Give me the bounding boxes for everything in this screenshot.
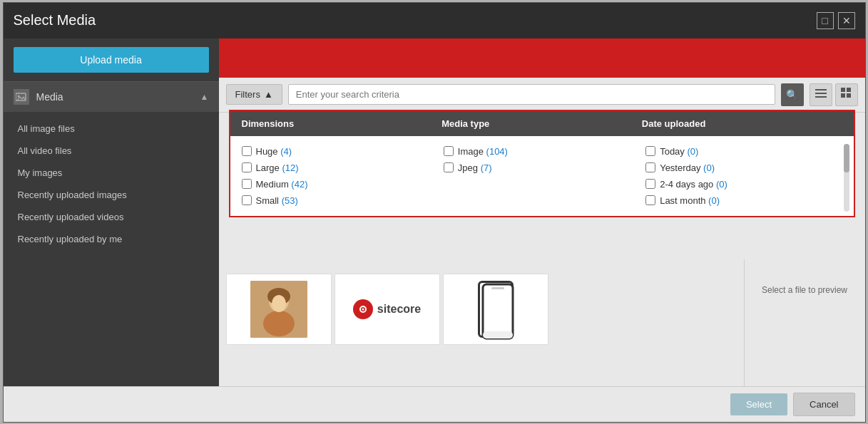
search-icon: 🔍 xyxy=(786,89,798,100)
svg-rect-19 xyxy=(483,331,513,338)
svg-rect-7 xyxy=(841,93,845,98)
dialog-footer: Select Cancel xyxy=(4,386,865,422)
filter-today[interactable]: Today (0) xyxy=(645,146,842,157)
filter-scrollbar[interactable] xyxy=(844,144,849,212)
media-section-label: Media xyxy=(36,91,63,103)
filter-huge-checkbox[interactable] xyxy=(242,146,252,156)
top-red-bar xyxy=(219,38,865,78)
titlebar-controls: □ ✕ xyxy=(817,12,855,29)
filters-label: Filters xyxy=(235,89,260,100)
sidebar-item-all-videos[interactable]: All video files xyxy=(4,140,219,162)
toolbar: Filters ▲ 🔍 xyxy=(219,78,865,113)
sidebar: Upload media Media ▲ All image files All… xyxy=(4,38,219,386)
filter-scrollbar-thumb xyxy=(844,144,849,172)
select-media-dialog: Select Media □ ✕ Upload media Media xyxy=(3,2,866,423)
main-content: Filters ▲ 🔍 xyxy=(219,38,865,386)
filter-col-date: Today (0) Yesterday (0) 2-4 days ago (0) xyxy=(645,146,842,206)
cancel-button[interactable]: Cancel xyxy=(793,393,854,416)
list-view-icon xyxy=(815,88,827,100)
filter-huge[interactable]: Huge (4) xyxy=(242,146,438,157)
svg-rect-8 xyxy=(847,93,851,98)
svg-rect-3 xyxy=(815,93,827,94)
filter-large[interactable]: Large (12) xyxy=(242,162,438,173)
filter-panel: Dimensions Media type Date uploaded Huge… xyxy=(229,110,855,217)
filters-button[interactable]: Filters ▲ xyxy=(226,84,282,105)
filter-today-checkbox[interactable] xyxy=(645,146,655,156)
grid-view-button[interactable] xyxy=(835,83,858,106)
upload-media-button[interactable]: Upload media xyxy=(14,47,209,73)
select-button[interactable]: Select xyxy=(730,393,787,415)
svg-rect-18 xyxy=(491,287,504,289)
maximize-button[interactable]: □ xyxy=(817,12,834,29)
filter-col-header-media-type: Media type xyxy=(441,118,642,129)
content-row: sitecore xyxy=(219,259,865,386)
sidebar-item-recent-videos[interactable]: Recently uploaded videos xyxy=(4,206,219,228)
svg-rect-4 xyxy=(815,96,827,98)
filter-last-month-checkbox[interactable] xyxy=(645,195,655,205)
filter-2-4-days-checkbox[interactable] xyxy=(645,179,655,189)
filter-col-header-date: Date uploaded xyxy=(642,118,842,129)
thumb-item-phone[interactable] xyxy=(443,274,548,345)
phone-outline xyxy=(478,281,514,338)
svg-point-11 xyxy=(263,311,295,336)
filter-arrow-icon: ▲ xyxy=(264,89,273,100)
thumb-item-woman[interactable] xyxy=(226,274,332,345)
filter-large-checkbox[interactable] xyxy=(242,162,252,172)
list-view-button[interactable] xyxy=(810,83,832,106)
media-section-header[interactable]: Media ▲ xyxy=(4,81,219,112)
svg-point-13 xyxy=(272,295,286,312)
filter-col-dimensions: Huge (4) Large (12) Medium (42) Sma xyxy=(242,146,438,206)
media-icon xyxy=(14,89,29,105)
filter-image[interactable]: Image (104) xyxy=(444,146,640,157)
svg-point-16 xyxy=(362,308,364,310)
close-button[interactable]: ✕ xyxy=(838,12,855,29)
filter-jpeg[interactable]: Jpeg (7) xyxy=(444,162,640,173)
sidebar-item-all-images[interactable]: All image files xyxy=(4,118,219,140)
sidebar-item-recent-me[interactable]: Recently uploaded by me xyxy=(4,228,219,250)
search-button[interactable]: 🔍 xyxy=(781,83,804,106)
preview-text: Select a file to preview xyxy=(762,285,847,295)
sidebar-item-recent-images[interactable]: Recently uploaded images xyxy=(4,184,219,206)
grid-view-icon xyxy=(841,88,852,101)
filter-yesterday-checkbox[interactable] xyxy=(645,162,655,172)
preview-panel: Select a file to preview xyxy=(744,259,865,386)
filter-jpeg-checkbox[interactable] xyxy=(444,162,454,172)
svg-rect-5 xyxy=(841,88,845,92)
sidebar-nav: All image files All video files My image… xyxy=(4,112,219,256)
content-area: sitecore xyxy=(219,267,744,386)
filter-small-checkbox[interactable] xyxy=(242,195,252,205)
filter-last-month[interactable]: Last month (0) xyxy=(645,195,842,206)
svg-rect-2 xyxy=(815,89,827,91)
filter-2-4-days[interactable]: 2-4 days ago (0) xyxy=(645,179,842,190)
upload-btn-wrap: Upload media xyxy=(4,38,219,81)
search-input[interactable] xyxy=(288,84,775,105)
svg-rect-6 xyxy=(847,88,851,92)
filter-panel-body: Huge (4) Large (12) Medium (42) Sma xyxy=(230,136,854,216)
dialog-body: Upload media Media ▲ All image files All… xyxy=(4,38,865,386)
filter-yesterday[interactable]: Yesterday (0) xyxy=(645,162,842,173)
svg-point-1 xyxy=(17,95,19,97)
sitecore-logo: sitecore xyxy=(353,299,421,319)
filter-panel-header: Dimensions Media type Date uploaded xyxy=(230,111,854,136)
svg-rect-17 xyxy=(483,284,513,338)
thumb-item-sitecore[interactable]: sitecore xyxy=(335,274,440,345)
sidebar-item-my-images[interactable]: My images xyxy=(4,162,219,184)
sc-circle-icon xyxy=(353,299,373,319)
filter-col-media-type: Image (104) Jpeg (7) xyxy=(444,146,640,206)
filter-col-header-dimensions: Dimensions xyxy=(242,118,442,129)
filter-medium-checkbox[interactable] xyxy=(242,179,252,189)
sitecore-text: sitecore xyxy=(377,303,421,316)
svg-rect-0 xyxy=(16,93,26,100)
filter-medium[interactable]: Medium (42) xyxy=(242,179,438,190)
woman-image xyxy=(250,281,307,338)
dialog-titlebar: Select Media □ ✕ xyxy=(4,3,865,38)
dialog-title: Select Media xyxy=(14,12,96,29)
filter-image-checkbox[interactable] xyxy=(444,146,454,156)
view-toggles xyxy=(810,83,858,106)
chevron-up-icon: ▲ xyxy=(200,92,209,102)
filter-small[interactable]: Small (53) xyxy=(242,195,438,206)
